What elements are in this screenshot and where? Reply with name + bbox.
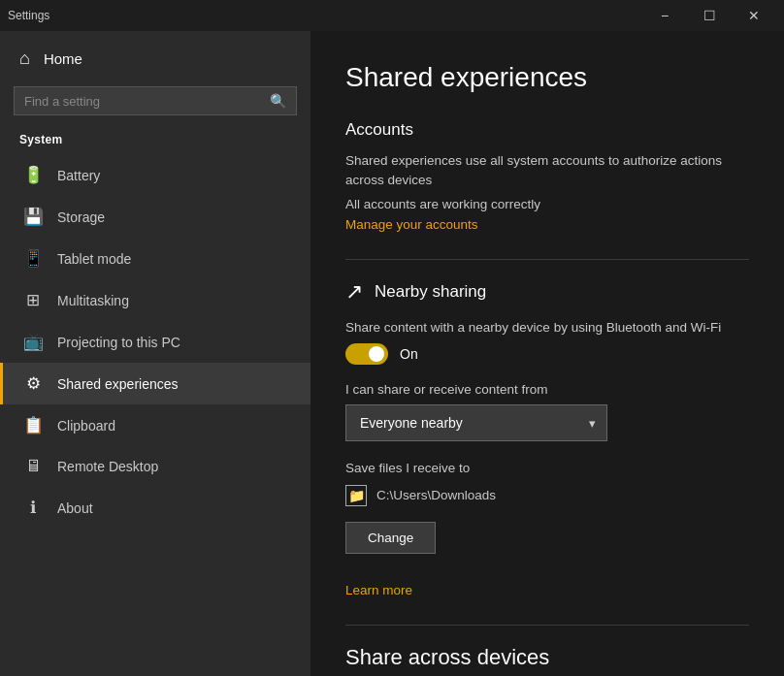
nearby-heading-row: ↗ Nearby sharing bbox=[345, 279, 749, 305]
sidebar-item-label: Multitasking bbox=[57, 293, 129, 308]
share-receive-dropdown-wrapper: Everyone nearby My devices only ▾ bbox=[345, 404, 607, 441]
page-title: Shared experiences bbox=[345, 62, 749, 93]
sidebar-item-shared-experiences[interactable]: ⚙ Shared experiences bbox=[0, 363, 310, 404]
main-content: Shared experiences Accounts Shared exper… bbox=[310, 31, 784, 676]
app-body: ⌂ Home 🔍 System 🔋 Battery 💾 Storage 📱 Ta… bbox=[0, 31, 784, 676]
sidebar: ⌂ Home 🔍 System 🔋 Battery 💾 Storage 📱 Ta… bbox=[0, 31, 310, 676]
share-receive-dropdown[interactable]: Everyone nearby My devices only bbox=[345, 404, 607, 441]
home-nav-item[interactable]: ⌂ Home bbox=[0, 31, 310, 82]
battery-icon: 🔋 bbox=[22, 165, 44, 185]
share-across-title: Share across devices bbox=[345, 645, 749, 670]
dropdown-label: I can share or receive content from bbox=[345, 382, 749, 397]
home-icon: ⌂ bbox=[19, 48, 30, 69]
sidebar-item-label: Storage bbox=[57, 209, 105, 225]
sidebar-item-projecting[interactable]: 📺 Projecting to this PC bbox=[0, 321, 310, 363]
window-controls: − ☐ ✕ bbox=[642, 0, 776, 31]
sidebar-section-label: System bbox=[0, 127, 310, 154]
share-across-divider bbox=[345, 625, 749, 626]
sidebar-item-multitasking[interactable]: ⊞ Multitasking bbox=[0, 279, 310, 321]
search-icon[interactable]: 🔍 bbox=[270, 93, 286, 109]
share-across-section: Share across devices bbox=[345, 625, 749, 670]
sidebar-item-label: About bbox=[57, 500, 93, 516]
sidebar-item-label: Projecting to this PC bbox=[57, 335, 180, 350]
toggle-row: On bbox=[345, 343, 749, 365]
learn-more-container: Learn more bbox=[345, 581, 749, 621]
folder-icon: 📁 bbox=[345, 485, 367, 506]
nearby-heading: Nearby sharing bbox=[375, 282, 486, 302]
save-files-row: 📁 C:\Users\Downloads bbox=[345, 485, 749, 506]
accounts-section: Accounts Shared experiences use all syst… bbox=[345, 120, 749, 255]
folder-path: C:\Users\Downloads bbox=[376, 488, 496, 502]
search-input[interactable] bbox=[24, 94, 270, 109]
projecting-icon: 📺 bbox=[22, 332, 44, 352]
sidebar-item-label: Tablet mode bbox=[57, 251, 131, 267]
change-button[interactable]: Change bbox=[345, 522, 436, 554]
home-label: Home bbox=[44, 50, 82, 67]
nearby-sharing-toggle[interactable] bbox=[345, 343, 388, 365]
accounts-heading: Accounts bbox=[345, 120, 749, 140]
multitasking-icon: ⊞ bbox=[22, 290, 44, 310]
nearby-share-icon: ↗ bbox=[345, 279, 363, 305]
about-icon: ℹ bbox=[22, 498, 44, 518]
sidebar-item-remote-desktop[interactable]: 🖥 Remote Desktop bbox=[0, 446, 310, 487]
accounts-status: All accounts are working correctly bbox=[345, 197, 749, 211]
tablet-icon: 📱 bbox=[22, 248, 44, 269]
nearby-sharing-section: ↗ Nearby sharing Share content with a ne… bbox=[345, 279, 749, 573]
sidebar-item-label: Clipboard bbox=[57, 418, 115, 434]
sidebar-item-about[interactable]: ℹ About bbox=[0, 487, 310, 529]
sidebar-item-tablet-mode[interactable]: 📱 Tablet mode bbox=[0, 238, 310, 279]
toggle-label: On bbox=[400, 346, 418, 362]
app-title: Settings bbox=[8, 9, 49, 22]
manage-accounts-link[interactable]: Manage your accounts bbox=[345, 217, 478, 232]
learn-more-link[interactable]: Learn more bbox=[345, 583, 412, 597]
sidebar-item-clipboard[interactable]: 📋 Clipboard bbox=[0, 404, 310, 446]
sidebar-item-storage[interactable]: 💾 Storage bbox=[0, 196, 310, 238]
section-divider bbox=[345, 259, 749, 260]
save-files-label: Save files I receive to bbox=[345, 461, 749, 475]
accounts-description: Shared experiences use all system accoun… bbox=[345, 151, 749, 191]
search-container: 🔍 bbox=[14, 86, 297, 115]
minimize-button[interactable]: − bbox=[642, 0, 687, 31]
nearby-description: Share content with a nearby device by us… bbox=[345, 318, 749, 338]
toggle-thumb bbox=[369, 346, 384, 362]
clipboard-icon: 📋 bbox=[22, 415, 44, 435]
close-button[interactable]: ✕ bbox=[732, 0, 776, 31]
storage-icon: 💾 bbox=[22, 207, 44, 227]
sidebar-item-label: Battery bbox=[57, 168, 100, 183]
maximize-button[interactable]: ☐ bbox=[687, 0, 732, 31]
sidebar-item-label: Remote Desktop bbox=[57, 459, 158, 474]
remote-desktop-icon: 🖥 bbox=[22, 457, 44, 476]
shared-experiences-icon: ⚙ bbox=[22, 373, 44, 394]
sidebar-item-label: Shared experiences bbox=[57, 376, 179, 392]
titlebar: Settings − ☐ ✕ bbox=[0, 0, 784, 31]
sidebar-item-battery[interactable]: 🔋 Battery bbox=[0, 154, 310, 196]
